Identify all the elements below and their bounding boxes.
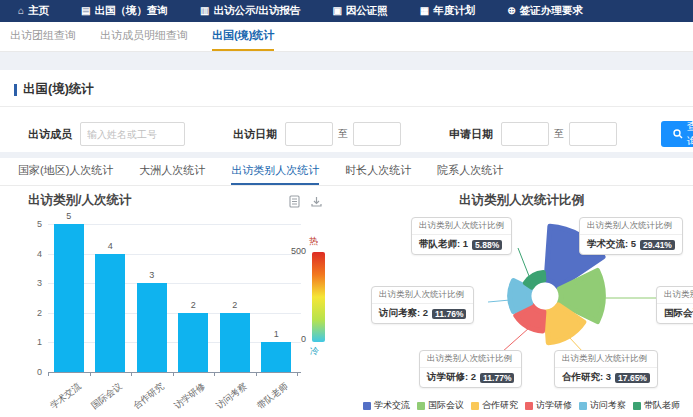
annual-plan-icon: ▦ (420, 6, 429, 16)
callout-row: 国际会议: 423.53% (657, 304, 693, 323)
bar-chart-title: 出访类别/人次统计 (28, 192, 131, 209)
stat-tab[interactable]: 院系人次统计 (437, 158, 503, 185)
apply-date-start-input[interactable] (501, 122, 549, 146)
bar (261, 342, 291, 372)
visualmap-hot-label: 热 (309, 235, 318, 248)
member-label: 出访成员 (28, 127, 72, 142)
bar (220, 313, 250, 372)
visit-date-to-label: 至 (338, 127, 348, 141)
gridline (48, 313, 301, 314)
callout-percent-badge: 17.65% (615, 373, 650, 383)
legend-label: 国际会议 (428, 399, 464, 412)
callout-category-value: 学术交流: 5 (587, 238, 636, 251)
stat-tab[interactable]: 大洲人次统计 (139, 158, 205, 185)
visualmap-max-label: 500 (278, 246, 306, 256)
visit-date-end-input[interactable] (353, 122, 401, 146)
stat-tab[interactable]: 时长人次统计 (345, 158, 411, 185)
legend-item[interactable]: 访学研修 (525, 399, 572, 412)
bar-value-label: 2 (178, 300, 208, 310)
x-axis-line (48, 372, 301, 373)
bar (178, 313, 208, 372)
callout-category-value: 带队老师: 1 (419, 238, 468, 251)
top-nav: ⌂主页▤出国（境）查询▥出访公示/出访报告▣因公证照▦年度计划⊕签证办理要求 (0, 0, 693, 22)
section-accent-bar (14, 84, 17, 96)
callout-title: 出访类别人次统计比例 (412, 218, 511, 235)
callout-connector-line (502, 328, 529, 352)
legend-label: 访学研修 (536, 399, 572, 412)
data-view-icon[interactable] (288, 195, 301, 208)
report-icon: ▥ (200, 6, 209, 16)
callout-label: 出访类别人次统计比例访学研修: 211.77% (419, 350, 522, 388)
download-icon[interactable] (310, 195, 323, 208)
search-button[interactable]: 查询 (661, 121, 693, 147)
passport-photo-icon: ▣ (332, 6, 341, 16)
visualmap-min-label: 0 (278, 334, 306, 344)
x-axis-tick (173, 372, 174, 376)
secondary-nav: 出访团组查询出访成员明细查询出国(境)统计 (0, 22, 693, 52)
filter-card: 出国(境)统计 出访成员 出访日期 至 申请日期 至 查询 (0, 70, 693, 152)
gridline (48, 283, 301, 284)
legend-item[interactable]: 国际会议 (417, 399, 464, 412)
legend-swatch (471, 402, 479, 410)
legend-item[interactable]: 访问考察 (579, 399, 626, 412)
home-icon: ⌂ (18, 6, 24, 16)
x-axis-tick (48, 372, 49, 376)
page-title: 出国(境)统计 (23, 81, 94, 98)
nav-item-label: 签证办理要求 (520, 4, 583, 18)
search-abroad-icon: ▤ (81, 6, 90, 16)
visit-date-start-input[interactable] (285, 122, 333, 146)
pie-chart-panel: 出访类别人次统计比例 出访类别人次统计比例学术交流: 529.41%出访类别人次… (350, 186, 693, 417)
member-input[interactable] (80, 122, 185, 146)
x-axis-category-label: 国际会议 (89, 380, 125, 412)
callout-percent-badge: 11.76% (432, 309, 466, 319)
pie-legend: 学术交流国际会议合作研究访学研修访问考察带队老师 (350, 399, 693, 412)
y-axis-tick-label: 1 (20, 337, 42, 347)
legend-label: 学术交流 (374, 399, 410, 412)
callout-title: 出访类别人次统计比例 (372, 287, 473, 304)
nav-item[interactable]: ▤出国（境）查询 (81, 4, 168, 18)
callout-connector-line (488, 300, 510, 302)
stat-tab[interactable]: 国家(地区)人次统计 (18, 158, 113, 185)
nav-item[interactable]: ▥出访公示/出访报告 (200, 4, 300, 18)
bar-value-label: 2 (220, 300, 250, 310)
visualmap-gradient-bar[interactable] (312, 252, 325, 342)
legend-item[interactable]: 学术交流 (363, 399, 410, 412)
charts-row: 出访类别/人次统计 0123455学术交流4国际会议3合作研究2访学研修2访问考… (0, 186, 693, 417)
callout-category-value: 国际会议: 4 (664, 307, 693, 320)
callout-label: 出访类别人次统计比例合作研究: 317.65% (554, 350, 658, 388)
callout-category-value: 合作研究: 3 (562, 371, 611, 384)
callout-connector-line (518, 248, 529, 276)
x-axis-tick (256, 372, 257, 376)
filter-row: 出访成员 出访日期 至 申请日期 至 查询 (0, 107, 693, 147)
legend-item[interactable]: 合作研究 (471, 399, 518, 412)
bar (54, 224, 84, 372)
nav-item-label: 因公证照 (346, 4, 388, 18)
legend-label: 访问考察 (590, 399, 626, 412)
legend-item[interactable]: 带队老师 (633, 399, 680, 412)
subtab[interactable]: 出访团组查询 (10, 22, 76, 51)
nav-item[interactable]: ⌂主页 (18, 4, 49, 18)
apply-date-end-input[interactable] (569, 122, 617, 146)
x-axis-category-label: 合作研究 (130, 380, 166, 412)
stat-tab[interactable]: 出访类别人次统计 (231, 158, 319, 185)
subtab[interactable]: 出访成员明细查询 (100, 22, 188, 51)
apply-date-to-label: 至 (554, 127, 564, 141)
legend-label: 带队老师 (644, 399, 680, 412)
nav-item[interactable]: ▦年度计划 (420, 4, 475, 18)
subtab[interactable]: 出国(境)统计 (212, 22, 274, 51)
nav-item-label: 出访公示/出访报告 (213, 4, 300, 18)
callout-percent-badge: 5.88% (472, 240, 502, 250)
x-axis-tick (90, 372, 91, 376)
x-axis-category-label: 学术交流 (47, 380, 83, 412)
callout-row: 访学研修: 211.77% (420, 368, 521, 387)
y-axis-tick-label: 5 (20, 219, 42, 229)
chart-toolbox (288, 195, 323, 208)
callout-label: 出访类别人次统计比例带队老师: 15.88% (411, 217, 512, 255)
nav-item[interactable]: ▣因公证照 (332, 4, 387, 18)
callout-label: 出访类别人次统计比例国际会议: 423.53% (656, 286, 693, 324)
bar-value-label: 4 (95, 241, 125, 251)
nav-item[interactable]: ⊕签证办理要求 (507, 4, 582, 18)
callout-row: 学术交流: 529.41% (580, 235, 682, 254)
callout-title: 出访类别人次统计比例 (657, 287, 693, 304)
y-axis-tick-label: 4 (20, 249, 42, 259)
